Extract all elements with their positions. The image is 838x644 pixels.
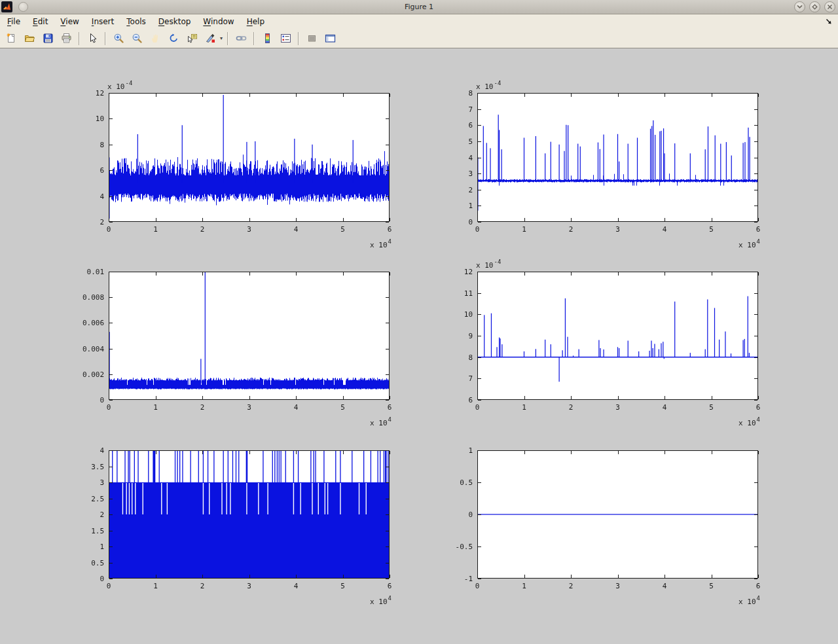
link-plot-button[interactable] [232, 30, 249, 47]
menu-bar: FileEditViewInsertToolsDesktopWindowHelp [0, 14, 838, 29]
window-title: Figure 1 [0, 3, 838, 11]
toolbar-separator [227, 32, 228, 45]
menu-item-file[interactable]: File [2, 15, 26, 28]
brush-data-button[interactable] [202, 30, 219, 47]
subplot-6 [441, 436, 762, 609]
subplot-6-plot[interactable] [441, 436, 762, 609]
menu-item-desktop[interactable]: Desktop [153, 15, 196, 28]
window-controls [794, 1, 835, 12]
menu-item-window[interactable]: Window [198, 15, 239, 28]
subplot-3-plot[interactable] [72, 257, 393, 430]
toolbar-separator [105, 32, 106, 45]
zoom-in-button[interactable] [110, 30, 127, 47]
toolbar-separator [298, 32, 299, 45]
subplot-2-plot[interactable] [441, 79, 762, 252]
insert-colorbar-button[interactable] [259, 30, 276, 47]
toolbar-separator [79, 32, 80, 45]
menu-item-help[interactable]: Help [242, 15, 270, 28]
edit-plot-button[interactable] [84, 30, 101, 47]
show-plot-tools-button[interactable] [321, 30, 338, 47]
menu-item-insert[interactable]: Insert [86, 15, 119, 28]
new-figure-button[interactable] [3, 30, 20, 47]
subplot-3 [72, 257, 393, 430]
pan-button[interactable] [147, 30, 164, 47]
matlab-icon [1, 1, 12, 12]
menu-item-view[interactable]: View [55, 15, 84, 28]
subplot-1 [72, 79, 393, 252]
insert-legend-button[interactable] [277, 30, 294, 47]
print-figure-button[interactable] [58, 30, 75, 47]
subplot-4-plot[interactable] [441, 257, 762, 430]
subplot-4 [441, 257, 762, 430]
window-menu-button[interactable] [18, 2, 28, 12]
hide-plot-tools-button[interactable] [303, 30, 320, 47]
toolbar: ▾ [0, 29, 838, 48]
subplot-5 [72, 436, 393, 609]
zoom-out-button[interactable] [128, 30, 145, 47]
figure-canvas [0, 48, 838, 644]
menu-item-edit[interactable]: Edit [27, 15, 53, 28]
rotate-3d-button[interactable] [165, 30, 182, 47]
maximize-button[interactable] [809, 1, 820, 12]
close-button[interactable] [824, 1, 835, 12]
subplot-1-plot[interactable] [72, 79, 393, 252]
menu-item-tools[interactable]: Tools [121, 15, 151, 28]
data-cursor-button[interactable] [183, 30, 200, 47]
subplot-5-plot[interactable] [72, 436, 393, 609]
figure-window: Figure 1 FileEditViewInsertToolsDesktopW… [0, 0, 838, 644]
minimize-button[interactable] [794, 1, 805, 12]
open-file-button[interactable] [21, 30, 38, 47]
save-figure-button[interactable] [39, 30, 56, 47]
brush-dropdown-icon[interactable]: ▾ [220, 35, 223, 41]
subplot-2 [441, 79, 762, 252]
title-bar[interactable]: Figure 1 [0, 0, 838, 14]
toolbar-separator [253, 32, 255, 45]
dock-figure-icon[interactable] [824, 16, 834, 27]
